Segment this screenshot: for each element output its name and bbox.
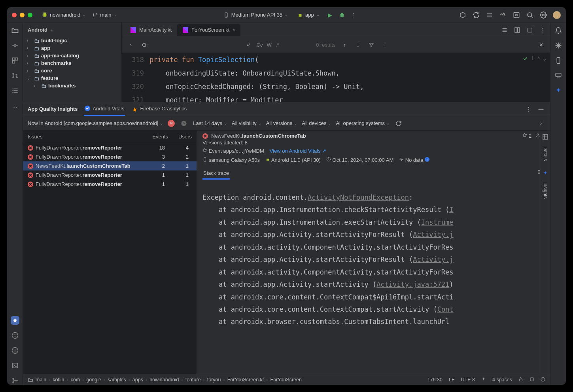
expand-icon[interactable]: ›: [127, 41, 135, 49]
tab-android-vitals[interactable]: Android Vitals: [84, 102, 125, 116]
next-icon[interactable]: ›: [537, 119, 545, 128]
sparkle-icon[interactable]: [481, 377, 486, 383]
tree-header[interactable]: Android ⌄: [23, 23, 121, 37]
gemini-icon[interactable]: [554, 41, 563, 50]
versions-filter[interactable]: All versions⌄: [266, 120, 297, 126]
more-button[interactable]: ⋮: [350, 11, 358, 19]
pull-requests-icon[interactable]: [11, 71, 19, 80]
app-quality-icon[interactable]: [11, 316, 19, 325]
project-selector[interactable]: nowinandroid ⌄: [39, 10, 89, 19]
next-icon[interactable]: ↓: [354, 41, 362, 49]
tab-stack-trace[interactable]: Stack trace: [202, 168, 230, 180]
running-devices-icon[interactable]: [554, 71, 563, 80]
close-icon[interactable]: [12, 13, 17, 17]
tree-item[interactable]: ›🗀app-nia-catalog: [25, 52, 120, 59]
app-inspection-icon[interactable]: [512, 11, 521, 19]
debug-button[interactable]: [338, 11, 346, 19]
word-toggle[interactable]: W: [267, 42, 272, 48]
more-icon[interactable]: ⋮: [380, 41, 389, 49]
run-button[interactable]: ▶: [326, 11, 335, 19]
refresh-icon[interactable]: [394, 119, 403, 128]
view-on-vitals-link[interactable]: View on Android Vitals ↗: [270, 148, 327, 154]
issue-row[interactable]: FullyDrawnReporter.removeReporter11: [23, 170, 197, 180]
chevron-down-icon: ⌄: [50, 28, 53, 32]
prev-icon[interactable]: ↑: [340, 41, 349, 49]
resource-manager-icon[interactable]: [11, 56, 19, 65]
os-filter[interactable]: All operating systems⌄: [336, 120, 390, 126]
sparkle-icon[interactable]: [543, 170, 548, 176]
profiler-icon[interactable]: [499, 11, 507, 19]
ai-icon[interactable]: [554, 86, 563, 95]
editor-tab[interactable]: ForYouScreen.kt ×: [177, 24, 240, 36]
tree-item[interactable]: ›🗀build-logic: [25, 37, 120, 44]
more-icon[interactable]: ⋮: [538, 26, 547, 34]
search-icon[interactable]: [140, 41, 149, 49]
device-selector[interactable]: Medium Phone API 35 ⌄: [220, 10, 291, 19]
indent-info[interactable]: 4 spaces: [492, 377, 512, 383]
clock-icon[interactable]: [180, 119, 188, 128]
close-icon[interactable]: ×: [233, 28, 235, 32]
vcs-icon[interactable]: [11, 376, 19, 385]
issue-row[interactable]: FullyDrawnReporter.removeReporter32: [23, 152, 197, 161]
regex-toggle[interactable]: .*: [276, 42, 279, 48]
sync-icon[interactable]: [472, 11, 480, 19]
code-lines[interactable]: private fun TopicSelection( onboardingUi…: [149, 53, 550, 102]
devices-filter[interactable]: All devices⌄: [302, 120, 331, 126]
case-toggle[interactable]: Cc: [257, 42, 263, 48]
tree-item[interactable]: ›🗀core: [25, 67, 120, 74]
table-icon[interactable]: [542, 134, 548, 140]
tree-item[interactable]: ›🗀app: [25, 44, 120, 52]
code-editor[interactable]: 318319320321 private fun TopicSelection(…: [122, 53, 550, 102]
tab-firebase-crashlytics[interactable]: Firebase Crashlytics: [131, 102, 187, 116]
terminal-icon[interactable]: [11, 361, 19, 370]
range-filter[interactable]: Last 14 days⌄: [193, 120, 227, 126]
minimize-icon[interactable]: —: [537, 105, 545, 114]
run-config-selector[interactable]: app ⌄: [294, 10, 323, 19]
project-icon[interactable]: [11, 26, 19, 35]
commit-icon[interactable]: [11, 41, 19, 50]
issue-row[interactable]: FullyDrawnReporter.removeReporter11: [23, 180, 197, 189]
filter-icon[interactable]: [367, 41, 376, 49]
structure-tool-icon[interactable]: [11, 86, 19, 95]
stack-trace[interactable]: Exception android.content.ActivityNotFou…: [197, 186, 550, 374]
maximize-icon[interactable]: [28, 13, 32, 17]
inspection-widget[interactable]: 1 ⌃⌄: [522, 54, 546, 63]
app-filter[interactable]: Now in Android [com.google.samples.apps.…: [28, 120, 163, 126]
close-icon[interactable]: ✕: [537, 41, 545, 49]
avatar[interactable]: [552, 11, 561, 19]
error-badge[interactable]: ✕: [168, 120, 175, 127]
issue-row[interactable]: FullyDrawnReporter.removeReporter184: [23, 143, 197, 152]
editor-tab[interactable]: MainActivity.kt: [125, 24, 177, 36]
readonly-icon[interactable]: [530, 377, 534, 383]
problems-icon[interactable]: [11, 346, 19, 355]
build-icon[interactable]: [458, 11, 467, 19]
details-tab[interactable]: Details: [543, 146, 548, 161]
lock-icon[interactable]: [518, 377, 523, 383]
issue-row[interactable]: NewsFeedKt.launchCustomChromeTab21: [23, 161, 197, 170]
tree-item[interactable]: ⌄🗀feature: [25, 74, 120, 82]
visibility-filter[interactable]: All visibility⌄: [232, 120, 261, 126]
more-tools-icon[interactable]: ⋯: [11, 103, 19, 112]
device-manager-icon[interactable]: [554, 56, 563, 65]
notifications-icon[interactable]: [554, 26, 563, 35]
breadcrumb[interactable]: main›kotlin›com›google›samples›apps›nowi…: [36, 377, 302, 383]
list-icon[interactable]: [500, 26, 509, 34]
minimize-icon[interactable]: [20, 13, 25, 17]
tree-item[interactable]: ›🗀benchmarks: [25, 59, 120, 67]
search-icon[interactable]: [526, 11, 534, 19]
more-icon[interactable]: ⋮: [524, 105, 533, 114]
search-input[interactable]: [153, 42, 193, 48]
newline-icon[interactable]: ⤶: [244, 41, 253, 49]
split-icon[interactable]: [513, 26, 522, 34]
structure-icon[interactable]: [485, 11, 494, 19]
settings-icon[interactable]: [539, 11, 548, 19]
reader-icon[interactable]: [526, 26, 534, 34]
encoding[interactable]: UTF-8: [461, 377, 475, 383]
cursor-position[interactable]: 176:30: [427, 377, 443, 383]
line-separator[interactable]: LF: [449, 377, 455, 383]
logcat-icon[interactable]: [11, 331, 19, 340]
info-icon[interactable]: [541, 377, 545, 383]
tree-item[interactable]: ›🗀bookmarks: [25, 82, 120, 89]
insights-tab[interactable]: Insights: [543, 182, 548, 199]
branch-selector[interactable]: main ⌄: [89, 10, 120, 19]
